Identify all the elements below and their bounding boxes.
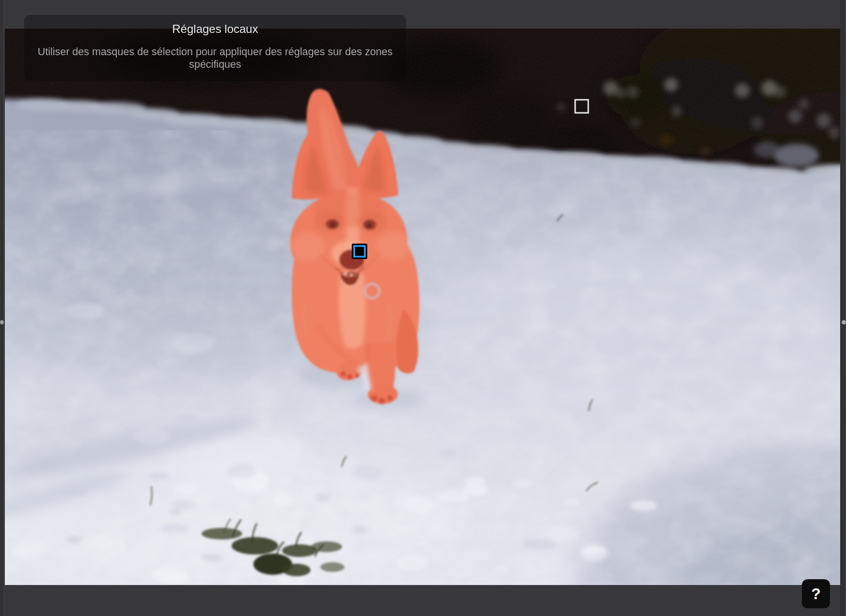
svg-text:?: ?	[811, 585, 821, 602]
